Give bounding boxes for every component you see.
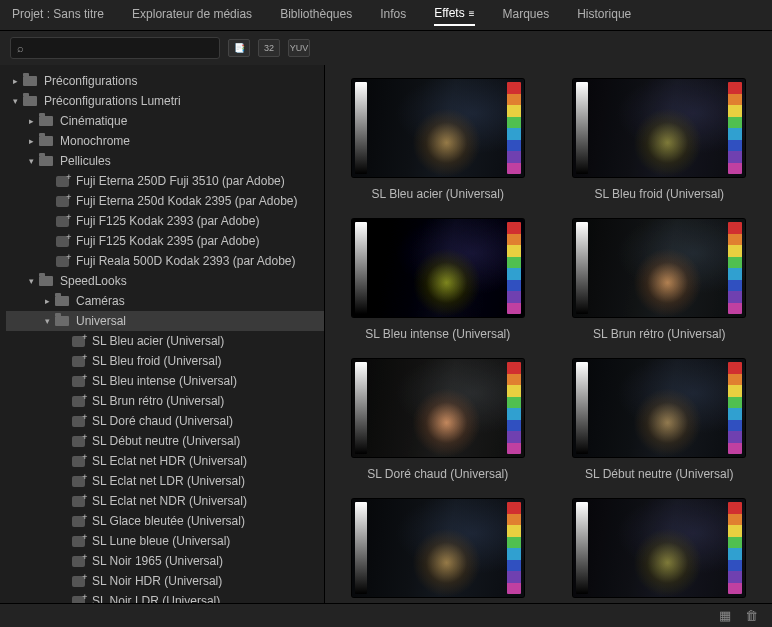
preset-thumbnail[interactable] bbox=[352, 359, 524, 457]
folder-icon bbox=[38, 115, 54, 127]
preset-card[interactable] bbox=[555, 499, 765, 603]
preset-icon bbox=[70, 495, 86, 507]
grayscale-ramp bbox=[355, 222, 367, 314]
fx-badge-toggle[interactable]: 📑 bbox=[228, 39, 250, 57]
tree-label: SL Début neutre (Universal) bbox=[92, 434, 240, 448]
tree-folder[interactable]: ▾SpeedLooks bbox=[6, 271, 324, 291]
chevron-icon[interactable]: ▸ bbox=[10, 76, 20, 86]
tree-preset[interactable]: ▸Fuji Eterna 250d Kodak 2395 (par Adobe) bbox=[6, 191, 324, 211]
preset-thumbnail[interactable] bbox=[573, 359, 745, 457]
delete-icon[interactable]: 🗑 bbox=[745, 608, 758, 623]
effects-tree[interactable]: ▸Préconfigurations▾Préconfigurations Lum… bbox=[0, 65, 325, 603]
panel-footer: ▦ 🗑 bbox=[0, 603, 772, 627]
panel-menu-icon[interactable]: ≡ bbox=[469, 8, 475, 19]
tree-preset[interactable]: ▸SL Début neutre (Universal) bbox=[6, 431, 324, 451]
preset-caption: SL Bleu froid (Universal) bbox=[594, 187, 724, 201]
preset-thumbnail[interactable] bbox=[573, 499, 745, 597]
preset-caption: SL Bleu intense (Universal) bbox=[365, 327, 510, 341]
chevron-icon[interactable]: ▸ bbox=[42, 296, 52, 306]
tree-preset[interactable]: ▸SL Eclat net HDR (Universal) bbox=[6, 451, 324, 471]
preset-card[interactable] bbox=[333, 499, 543, 603]
tree-preset[interactable]: ▸SL Doré chaud (Universal) bbox=[6, 411, 324, 431]
tree-label: SpeedLooks bbox=[60, 274, 127, 288]
tree-folder[interactable]: ▸Caméras bbox=[6, 291, 324, 311]
tree-folder[interactable]: ▾Universal bbox=[6, 311, 324, 331]
hue-ramp bbox=[728, 502, 742, 594]
tree-preset[interactable]: ▸SL Noir HDR (Universal) bbox=[6, 571, 324, 591]
tree-folder[interactable]: ▸Monochrome bbox=[6, 131, 324, 151]
chevron-icon[interactable]: ▾ bbox=[26, 276, 36, 286]
tree-preset[interactable]: ▸SL Bleu intense (Universal) bbox=[6, 371, 324, 391]
tree-label: Fuji Eterna 250D Fuji 3510 (par Adobe) bbox=[76, 174, 285, 188]
preset-card[interactable]: SL Bleu intense (Universal) bbox=[333, 219, 543, 341]
search-input[interactable] bbox=[28, 41, 213, 55]
preset-thumbnail[interactable] bbox=[352, 79, 524, 177]
preset-caption: SL Début neutre (Universal) bbox=[585, 467, 733, 481]
tree-label: SL Noir LDR (Universal) bbox=[92, 594, 220, 603]
preset-icon bbox=[70, 475, 86, 487]
preset-card[interactable]: SL Début neutre (Universal) bbox=[555, 359, 765, 481]
tree-label: SL Bleu intense (Universal) bbox=[92, 374, 237, 388]
preset-thumbnail[interactable] bbox=[352, 219, 524, 317]
chevron-icon[interactable]: ▸ bbox=[26, 116, 36, 126]
tree-preset[interactable]: ▸Fuji F125 Kodak 2395 (par Adobe) bbox=[6, 231, 324, 251]
tree-label: Préconfigurations Lumetri bbox=[44, 94, 181, 108]
chevron-icon[interactable]: ▾ bbox=[26, 156, 36, 166]
hue-ramp bbox=[507, 222, 521, 314]
tree-folder[interactable]: ▸Cinématique bbox=[6, 111, 324, 131]
preset-caption: SL Doré chaud (Universal) bbox=[367, 467, 508, 481]
preset-card[interactable]: SL Brun rétro (Universal) bbox=[555, 219, 765, 341]
tab-2[interactable]: Bibliothèques bbox=[280, 7, 352, 25]
preset-thumbnail[interactable] bbox=[573, 219, 745, 317]
chevron-icon[interactable]: ▾ bbox=[10, 96, 20, 106]
tree-label: SL Brun rétro (Universal) bbox=[92, 394, 224, 408]
folder-icon bbox=[38, 155, 54, 167]
yuv-badge-toggle[interactable]: YUV bbox=[288, 39, 310, 57]
new-bin-icon[interactable]: ▦ bbox=[719, 608, 731, 623]
folder-icon bbox=[22, 95, 38, 107]
grayscale-ramp bbox=[355, 502, 367, 594]
tree-preset[interactable]: ▸Fuji F125 Kodak 2393 (par Adobe) bbox=[6, 211, 324, 231]
tree-preset[interactable]: ▸SL Bleu acier (Universal) bbox=[6, 331, 324, 351]
grayscale-ramp bbox=[576, 82, 588, 174]
preset-thumbnail[interactable] bbox=[573, 79, 745, 177]
tab-4[interactable]: Effets≡ bbox=[434, 6, 474, 26]
tab-1[interactable]: Explorateur de médias bbox=[132, 7, 252, 25]
tab-6[interactable]: Historique bbox=[577, 7, 631, 25]
tree-folder[interactable]: ▾Pellicules bbox=[6, 151, 324, 171]
chevron-icon[interactable]: ▾ bbox=[42, 316, 52, 326]
thirtytwo-badge-toggle[interactable]: 32 bbox=[258, 39, 280, 57]
preset-icon bbox=[70, 395, 86, 407]
tree-preset[interactable]: ▸SL Glace bleutée (Universal) bbox=[6, 511, 324, 531]
preset-thumbnail[interactable] bbox=[352, 499, 524, 597]
preset-icon bbox=[70, 595, 86, 603]
tree-preset[interactable]: ▸Fuji Reala 500D Kodak 2393 (par Adobe) bbox=[6, 251, 324, 271]
tab-3[interactable]: Infos bbox=[380, 7, 406, 25]
tree-folder[interactable]: ▸Préconfigurations bbox=[6, 71, 324, 91]
hue-ramp bbox=[728, 82, 742, 174]
tree-folder[interactable]: ▾Préconfigurations Lumetri bbox=[6, 91, 324, 111]
preset-caption: SL Bleu acier (Universal) bbox=[372, 187, 504, 201]
hue-ramp bbox=[507, 502, 521, 594]
tree-preset[interactable]: ▸SL Noir LDR (Universal) bbox=[6, 591, 324, 603]
chevron-icon[interactable]: ▸ bbox=[26, 136, 36, 146]
tree-preset[interactable]: ▸SL Eclat net LDR (Universal) bbox=[6, 471, 324, 491]
tree-preset[interactable]: ▸SL Lune bleue (Universal) bbox=[6, 531, 324, 551]
tree-preset[interactable]: ▸SL Noir 1965 (Universal) bbox=[6, 551, 324, 571]
tree-label: Cinématique bbox=[60, 114, 127, 128]
tree-label: SL Bleu acier (Universal) bbox=[92, 334, 224, 348]
preset-icon bbox=[70, 515, 86, 527]
preset-card[interactable]: SL Doré chaud (Universal) bbox=[333, 359, 543, 481]
tree-preset[interactable]: ▸SL Eclat net NDR (Universal) bbox=[6, 491, 324, 511]
preset-card[interactable]: SL Bleu acier (Universal) bbox=[333, 79, 543, 201]
tree-preset[interactable]: ▸Fuji Eterna 250D Fuji 3510 (par Adobe) bbox=[6, 171, 324, 191]
preset-grid[interactable]: SL Bleu acier (Universal)SL Bleu froid (… bbox=[325, 65, 772, 603]
tab-0[interactable]: Projet : Sans titre bbox=[12, 7, 104, 25]
tree-preset[interactable]: ▸SL Bleu froid (Universal) bbox=[6, 351, 324, 371]
search-input-wrap[interactable]: ⌕ bbox=[10, 37, 220, 59]
preset-card[interactable]: SL Bleu froid (Universal) bbox=[555, 79, 765, 201]
preset-icon bbox=[54, 235, 70, 247]
tree-preset[interactable]: ▸SL Brun rétro (Universal) bbox=[6, 391, 324, 411]
tab-5[interactable]: Marques bbox=[503, 7, 550, 25]
grayscale-ramp bbox=[576, 222, 588, 314]
